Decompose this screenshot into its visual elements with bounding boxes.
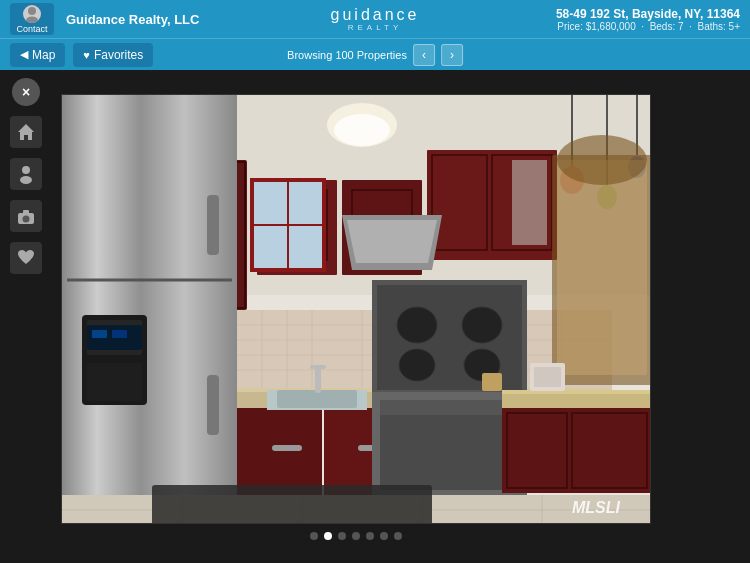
property-info: 58-49 192 St, Bayside, NY, 11364 Price: …	[556, 7, 740, 32]
dot-6[interactable]	[380, 532, 388, 540]
sidebar-person-icon[interactable]	[10, 158, 42, 190]
svg-point-69	[397, 307, 437, 343]
logo: guidance REALTY	[331, 6, 420, 33]
contact-label: Contact	[16, 24, 47, 34]
svg-rect-7	[23, 210, 29, 214]
header-left: Contact Guidance Realty, LLC	[10, 3, 199, 35]
property-address: 58-49 192 St, Bayside, NY, 11364	[556, 7, 740, 21]
svg-rect-86	[557, 160, 647, 375]
agency-name: Guidance Realty, LLC	[66, 12, 199, 27]
property-photo[interactable]: MLSLI	[61, 94, 651, 524]
svg-point-0	[28, 7, 36, 15]
svg-rect-97	[482, 373, 502, 391]
nav-buttons: ◀ Map ♥ Favorites	[10, 43, 153, 67]
svg-rect-94	[152, 485, 432, 524]
dot-3[interactable]	[338, 532, 346, 540]
svg-rect-79	[310, 365, 326, 369]
svg-rect-78	[315, 365, 321, 393]
property-details: Price: $1,680,000 · Beds: 7 · Baths: 5+	[556, 21, 740, 32]
svg-point-6	[23, 216, 30, 223]
svg-rect-82	[502, 408, 651, 493]
favorites-label: Favorites	[94, 48, 143, 62]
svg-point-87	[557, 135, 647, 185]
svg-rect-96	[534, 367, 561, 387]
svg-rect-81	[502, 390, 651, 394]
svg-point-4	[20, 176, 32, 184]
header: Contact Guidance Realty, LLC guidance RE…	[0, 0, 750, 38]
contact-avatar	[23, 5, 41, 23]
price: Price: $1,680,000	[557, 21, 635, 32]
dot-5[interactable]	[366, 532, 374, 540]
contact-button[interactable]: Contact	[10, 3, 54, 35]
beds: Beds: 7	[650, 21, 684, 32]
map-button[interactable]: ◀ Map	[10, 43, 65, 67]
svg-point-1	[26, 16, 38, 23]
svg-rect-39	[207, 375, 219, 435]
prev-property-button[interactable]: ‹	[413, 44, 435, 66]
map-icon: ◀	[20, 48, 28, 61]
svg-marker-33	[347, 220, 437, 263]
sidebar-heart-icon[interactable]	[10, 242, 42, 274]
svg-point-70	[462, 307, 502, 343]
favorites-button[interactable]: ♥ Favorites	[73, 43, 153, 67]
next-property-button[interactable]: ›	[441, 44, 463, 66]
map-label: Map	[32, 48, 55, 62]
svg-marker-2	[18, 124, 34, 140]
svg-point-11	[334, 114, 390, 146]
photo-container: MLSLI	[52, 70, 660, 563]
dot-1[interactable]	[310, 532, 318, 540]
svg-point-71	[399, 349, 435, 381]
right-panel	[660, 70, 750, 563]
logo-text: guidance	[331, 6, 420, 24]
browsing-text: Browsing 100 Properties	[287, 49, 407, 61]
sidebar-house-icon[interactable]	[10, 116, 42, 148]
main-content: ×	[0, 70, 750, 563]
svg-rect-45	[112, 330, 127, 338]
logo-sub: REALTY	[348, 23, 403, 32]
dot-2[interactable]	[324, 532, 332, 540]
svg-text:MLSLI: MLSLI	[572, 499, 621, 516]
sidebar-camera-icon[interactable]	[10, 200, 42, 232]
left-sidebar: ×	[0, 70, 52, 563]
svg-rect-42	[87, 363, 142, 401]
sub-header: ◀ Map ♥ Favorites Browsing 100 Propertie…	[0, 38, 750, 70]
svg-rect-75	[380, 400, 519, 415]
close-button[interactable]: ×	[12, 78, 40, 106]
svg-rect-44	[92, 330, 107, 338]
dot-4[interactable]	[352, 532, 360, 540]
svg-rect-36	[62, 95, 237, 505]
browsing-controls: Browsing 100 Properties ‹ ›	[287, 44, 463, 66]
photo-indicators	[310, 532, 402, 540]
svg-point-3	[22, 166, 30, 174]
svg-rect-61	[237, 408, 322, 498]
svg-rect-31	[512, 160, 547, 245]
svg-rect-64	[272, 445, 302, 451]
dot-7[interactable]	[394, 532, 402, 540]
svg-rect-38	[207, 195, 219, 255]
heart-icon: ♥	[83, 49, 90, 61]
baths: Baths: 5+	[697, 21, 740, 32]
